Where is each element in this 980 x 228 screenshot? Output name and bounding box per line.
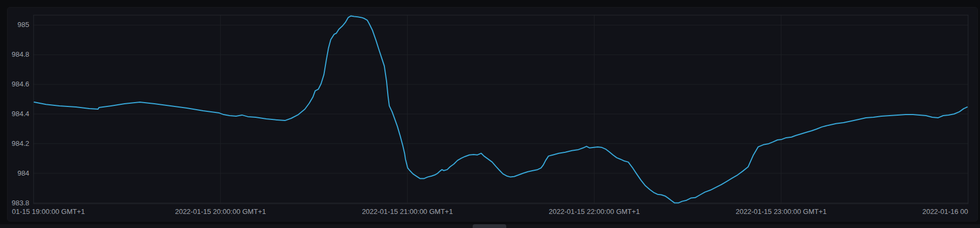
time-series-plot[interactable] xyxy=(0,0,980,228)
x-axis-label: 2022-01-15 23:00:00 GMT+1 xyxy=(722,207,841,216)
x-axis-label: 2022-01-15 22:00:00 GMT+1 xyxy=(535,207,654,216)
horizontal-scrollbar-track[interactable] xyxy=(0,224,980,228)
x-axis-label: 2022-01-16 00 xyxy=(860,207,968,216)
horizontal-scrollbar-thumb[interactable] xyxy=(473,224,506,228)
x-axis-label: 2022-01-15 21:00:00 GMT+1 xyxy=(348,207,467,216)
y-axis-label: 984.6 xyxy=(0,80,29,89)
plot-frame xyxy=(34,15,968,204)
x-axis-label: 2022-01-15 20:00:00 GMT+1 xyxy=(161,207,280,216)
y-axis-label: 984.4 xyxy=(0,110,29,118)
y-axis-label: 984.8 xyxy=(0,50,29,59)
y-axis-label: 984.2 xyxy=(0,139,29,148)
y-axis-label: 984 xyxy=(0,169,29,178)
y-axis-label: 985 xyxy=(0,21,29,29)
series-line xyxy=(34,16,967,203)
page: { "panel": { "background": "#111218", "p… xyxy=(0,0,980,228)
y-axis-label: 983.8 xyxy=(0,199,29,207)
x-axis-label: 01-15 19:00:00 GMT+1 xyxy=(12,207,85,216)
